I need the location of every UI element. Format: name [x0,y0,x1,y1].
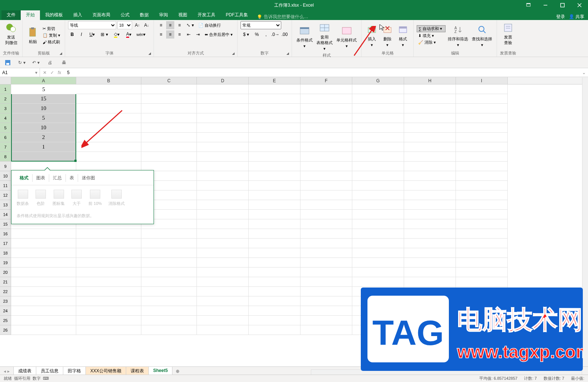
row-header-6[interactable]: 6 [0,133,11,142]
invoice-check-button[interactable]: 发票 查验 [501,21,515,46]
cell-I20[interactable] [456,268,508,277]
tell-me-search[interactable]: 💡 告诉我您想要做什么… [257,14,308,20]
cell-H5[interactable] [404,123,456,133]
cell-E5[interactable] [249,123,300,133]
cell-G13[interactable] [352,200,404,210]
cell-H11[interactable] [404,181,456,190]
cell-F21[interactable] [300,277,352,287]
cell-C5[interactable] [141,123,197,133]
cell-B1[interactable] [76,84,141,94]
qa-option-5[interactable]: 清除格式 [108,190,125,206]
save-button[interactable] [4,59,12,67]
format-painter-button[interactable]: 🖌格式刷 [41,39,62,45]
cell-I19[interactable] [456,258,508,268]
cell-I24[interactable] [456,306,508,316]
cell-A21[interactable] [11,277,76,287]
align-middle-button[interactable]: ≡ [166,21,174,29]
cell-G22[interactable] [352,287,404,296]
merge-center-button[interactable]: ⬌合并后居中 ▾ [203,31,234,38]
cell-H26[interactable] [404,325,456,335]
row-header-3[interactable]: 3 [0,104,11,113]
fill-color-button[interactable]: ◇ ▾ [111,30,122,39]
cell-D18[interactable] [197,248,249,258]
cell-G7[interactable] [352,142,404,152]
expand-formula-bar[interactable]: ⌄ [580,70,588,75]
sheet-nav-next[interactable]: ▸ [7,369,10,374]
minimize-icon[interactable] [537,0,554,10]
phonetic-button[interactable]: wén ▾ [135,30,147,39]
cell-C6[interactable] [141,133,197,142]
align-right-button[interactable]: ≡ [175,30,184,39]
cell-F7[interactable] [300,142,352,152]
cell-I2[interactable] [456,94,508,104]
cell-F4[interactable] [300,113,352,123]
cell-F8[interactable] [300,152,352,162]
login-link[interactable]: 登录 [556,14,565,20]
cell-B23[interactable] [76,296,141,306]
font-name-select[interactable]: 等线 [68,21,116,29]
cell-D16[interactable] [197,229,249,239]
cell-I7[interactable] [456,142,508,152]
cell-D6[interactable] [197,133,249,142]
cell-D14[interactable] [197,210,249,219]
row-header-24[interactable]: 24 [0,306,11,316]
cell-I22[interactable] [456,287,508,296]
cell-H12[interactable] [404,190,456,200]
cell-A25[interactable] [11,316,76,325]
cell-I14[interactable] [456,210,508,219]
number-launcher[interactable]: ◢ [286,52,291,56]
row-header-10[interactable]: 10 [0,171,11,181]
sheet-tab-员工信息[interactable]: 员工信息 [36,367,63,376]
cell-F12[interactable] [300,190,352,200]
cell-F26[interactable] [300,325,352,335]
col-header-A[interactable]: A [11,77,76,84]
cell-E1[interactable] [249,84,300,94]
cell-E19[interactable] [249,258,300,268]
insert-cells-button[interactable]: 插入▾ [364,23,379,48]
cell-B4[interactable] [76,113,141,123]
qa-option-3[interactable]: 大于 [71,190,82,206]
row-header-16[interactable]: 16 [0,229,11,239]
cell-G16[interactable] [352,229,404,239]
cell-F25[interactable] [300,316,352,325]
cell-D20[interactable] [197,268,249,277]
cell-C7[interactable] [141,142,197,152]
cell-G6[interactable] [352,133,404,142]
cell-B2[interactable] [76,94,141,104]
cell-D11[interactable] [197,181,249,190]
row-header-14[interactable]: 14 [0,210,11,219]
col-header-D[interactable]: D [197,77,249,84]
fill-button[interactable]: ⬇填充 ▾ [417,33,446,39]
row-header-15[interactable]: 15 [0,219,11,229]
tab-home[interactable]: 开始 [21,10,40,20]
cell-H20[interactable] [404,268,456,277]
font-launcher[interactable]: ◢ [148,52,153,56]
cell-G11[interactable] [352,181,404,190]
cell-F19[interactable] [300,258,352,268]
accounting-format-button[interactable]: $ ▾ [241,30,252,39]
cell-A7[interactable]: 1 [11,142,76,152]
cell-F13[interactable] [300,200,352,210]
cell-C16[interactable] [141,229,197,239]
decrease-decimal-button[interactable]: .00 [280,30,289,39]
col-header-C[interactable]: C [141,77,197,84]
print-button[interactable]: 🖶 [60,59,68,67]
cell-C18[interactable] [141,248,197,258]
bold-button[interactable]: B [68,30,76,39]
cell-styles-button[interactable]: 单元格样式▾ [335,24,358,49]
qa-option-2[interactable]: 图标集 [53,190,65,206]
cell-F15[interactable] [300,219,352,229]
cell-D17[interactable] [197,239,249,248]
cell-A5[interactable]: 10 [11,123,76,133]
align-left-button[interactable]: ≡ [157,30,165,39]
cell-F20[interactable] [300,268,352,277]
cell-G18[interactable] [352,248,404,258]
row-header-19[interactable]: 19 [0,258,11,268]
cell-H17[interactable] [404,239,456,248]
col-header-E[interactable]: E [249,77,300,84]
share-button[interactable]: 👤 共享 [569,14,584,20]
sheet-tab-田字格[interactable]: 田字格 [63,367,86,376]
cell-H8[interactable] [404,152,456,162]
cell-G24[interactable] [352,306,404,316]
cell-D7[interactable] [197,142,249,152]
